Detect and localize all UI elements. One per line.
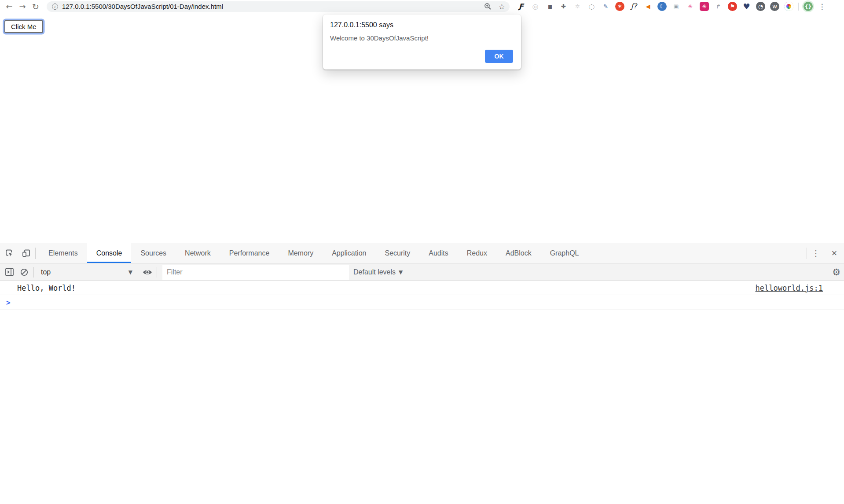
red-flag-icon[interactable]: ⚑ (728, 2, 737, 11)
clear-console-icon[interactable] (17, 266, 32, 279)
context-selector[interactable]: top ▼ (36, 268, 136, 276)
function-question-icon[interactable]: ƒ? (629, 2, 639, 11)
toolbar-separator2 (138, 267, 138, 278)
console-message-row: Hello, World!helloworld.js:1 (0, 281, 844, 295)
wave-w-icon[interactable]: w (770, 2, 779, 11)
tab-sources[interactable]: Sources (131, 243, 176, 263)
reload-button[interactable]: ↻ (29, 1, 42, 12)
gauge-circle-icon[interactable]: ◔ (756, 2, 765, 11)
click-me-button[interactable]: Click Me (4, 20, 43, 33)
inspect-element-icon[interactable] (0, 243, 18, 263)
blue-swirl-icon[interactable]: ☾ (657, 2, 667, 11)
toolbar-separator (33, 267, 34, 278)
tab-audits[interactable]: Audits (419, 243, 457, 263)
console-source-link[interactable]: helloworld.js:1 (755, 284, 823, 292)
tab-memory[interactable]: Memory (279, 243, 323, 263)
devtools-tab-bar: ElementsConsoleSourcesNetworkPerformance… (0, 243, 844, 263)
camera-icon[interactable]: ▣ (672, 2, 681, 11)
bug-icon[interactable]: ✤ (559, 2, 568, 11)
extension-icons-row: Ƒ◎▮▮✤✲◌✎✶ƒ?◀☾▣✳✳↱⚑♥◔w{} (517, 2, 813, 11)
chevron-down-icon: ▼ (399, 269, 403, 275)
f-script-icon[interactable]: Ƒ (517, 2, 526, 11)
console-output: Hello, World!helloworld.js:1 > (0, 281, 844, 504)
console-toolbar: top ▼ Default levels ▼ ⚙ (0, 263, 844, 281)
console-settings-gear-icon[interactable]: ⚙ (832, 267, 840, 278)
live-expression-eye-icon[interactable] (140, 266, 155, 279)
alert-dialog: 127.0.0.1:5500 says Welcome to 30DaysOfJ… (323, 15, 521, 69)
log-levels-label: Default levels (353, 268, 396, 276)
prompt-chevron-icon: > (6, 298, 11, 307)
tab-adblock[interactable]: AdBlock (496, 243, 541, 263)
tab-redux[interactable]: Redux (458, 243, 496, 263)
tab-console[interactable]: Console (87, 243, 132, 263)
pink-atom-icon[interactable]: ✳ (686, 2, 695, 11)
extensions-separator (798, 3, 799, 11)
console-sidebar-toggle-icon[interactable] (2, 266, 17, 279)
chevron-down-icon: ▼ (128, 269, 132, 275)
tab-elements[interactable]: Elements (39, 243, 87, 263)
columns-icon[interactable]: ▮▮ (545, 2, 554, 11)
devtools-menu-icon[interactable]: ⋮ (807, 243, 825, 263)
devtools-tabs: ElementsConsoleSourcesNetworkPerformance… (39, 243, 588, 263)
atom-faded-icon[interactable]: ✲ (573, 2, 582, 11)
forward-button[interactable]: → (16, 1, 29, 12)
red-hand-icon[interactable]: ✶ (615, 2, 624, 11)
console-messages: Hello, World!helloworld.js:1 (0, 281, 844, 295)
tabbar-separator (35, 248, 36, 259)
log-levels-dropdown[interactable]: Default levels ▼ (353, 268, 403, 276)
console-filter-input[interactable] (162, 265, 349, 280)
address-bar[interactable]: i 127.0.0.1:5500/30DaysOfJavaScript/01-D… (47, 1, 510, 12)
tab-application[interactable]: Application (323, 243, 375, 263)
back-button[interactable]: ← (3, 1, 16, 12)
site-info-icon[interactable]: i (52, 4, 58, 10)
alert-message: Welcome to 30DaysOfJavaScript! (330, 34, 514, 42)
device-toolbar-icon[interactable] (18, 243, 35, 263)
bookmark-star-icon[interactable]: ☆ (499, 2, 505, 11)
rainbow-ring-icon[interactable] (784, 2, 793, 11)
target-icon[interactable]: ◎ (531, 2, 540, 11)
megaphone-icon[interactable]: ◀ (643, 2, 653, 11)
url-text[interactable]: 127.0.0.1:5500/30DaysOfJavaScript/01-Day… (62, 3, 223, 10)
zoom-in-icon[interactable] (484, 3, 492, 10)
circle-dash-icon[interactable]: ◌ (587, 2, 596, 11)
tab-network[interactable]: Network (176, 243, 220, 263)
tabbar-spacer (588, 243, 807, 263)
devtools-panel: ElementsConsoleSourcesNetworkPerformance… (0, 243, 844, 504)
tab-performance[interactable]: Performance (220, 243, 279, 263)
json-braces-icon[interactable]: {} (804, 2, 813, 11)
bent-arrow-icon[interactable]: ↱ (714, 2, 723, 11)
context-selector-value: top (41, 268, 51, 276)
console-message-text: Hello, World! (17, 284, 76, 292)
toolbar-separator3 (157, 267, 157, 278)
console-prompt-row[interactable]: > (0, 295, 844, 310)
alert-ok-button[interactable]: OK (485, 50, 513, 63)
tab-graphql[interactable]: GraphQL (541, 243, 588, 263)
browser-toolbar: ← → ↻ i 127.0.0.1:5500/30DaysOfJavaScrip… (0, 0, 844, 13)
alert-title: 127.0.0.1:5500 says (330, 21, 514, 29)
magenta-gear-icon[interactable]: ✳ (700, 2, 709, 11)
tab-security[interactable]: Security (375, 243, 419, 263)
heart-search-icon[interactable]: ♥ (742, 2, 751, 11)
devtools-close-icon[interactable]: × (825, 243, 844, 263)
browser-menu-icon[interactable]: ⋮ (818, 2, 826, 11)
eyedropper-icon[interactable]: ✎ (601, 2, 610, 11)
